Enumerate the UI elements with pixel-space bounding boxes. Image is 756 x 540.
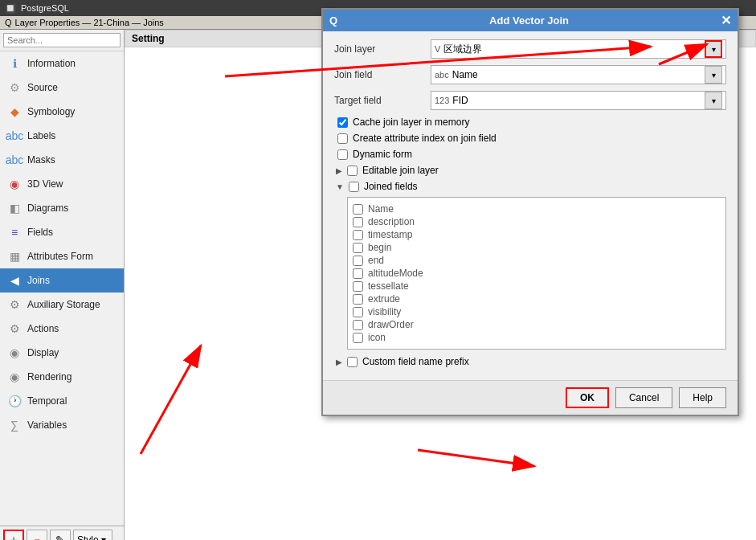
add-join-button[interactable]: ＋ xyxy=(3,530,24,540)
sidebar-label-variables: Variables xyxy=(27,419,67,431)
target-field-dropdown-btn[interactable]: ▾ xyxy=(705,92,722,109)
dialog-body: Join layer V 区域边界 ▾ Join field abc Name … xyxy=(323,31,738,380)
join-layer-select[interactable]: V 区域边界 ▾ xyxy=(431,39,726,59)
field-checkbox-extrude[interactable] xyxy=(353,294,363,305)
field-item: end xyxy=(353,254,721,267)
sidebar-item-variables[interactable]: ∑ Variables xyxy=(0,413,124,437)
add-vector-join-dialog: Q Add Vector Join ✕ Join layer V 区域边界 ▾ … xyxy=(321,8,739,416)
cache-checkbox-row: Cache join layer in memory xyxy=(334,117,726,128)
edit-join-button[interactable]: ✎ xyxy=(50,530,71,540)
style-label: Style xyxy=(77,534,99,540)
sidebar-icon-masks: abc xyxy=(6,152,22,168)
join-field-row: Join field abc Name ▾ xyxy=(334,65,726,84)
field-item: description xyxy=(353,215,721,228)
sidebar-icon-actions: ⚙ xyxy=(6,321,22,337)
sidebar-label-joins: Joins xyxy=(27,275,50,286)
sidebar-icon-symbology: ◆ xyxy=(6,104,22,120)
sidebar-label-auxstorage: Auxiliary Storage xyxy=(27,299,100,310)
field-checkbox-begin[interactable] xyxy=(353,243,363,253)
cache-checkbox[interactable] xyxy=(337,117,348,128)
sidebar-item-rendering[interactable]: ◉ Rendering xyxy=(0,365,124,389)
sidebar-item-source[interactable]: ⚙ Source xyxy=(0,76,124,100)
field-label: end xyxy=(368,255,384,266)
field-item: icon xyxy=(353,331,721,344)
dialog-close-button[interactable]: ✕ xyxy=(721,13,731,28)
sidebar-item-diagrams[interactable]: ◧ Diagrams xyxy=(0,196,124,220)
sidebar-item-joins[interactable]: ◀ Joins xyxy=(0,268,124,292)
joined-fields-checkbox[interactable] xyxy=(349,182,359,192)
sidebar-icon-fields: ≡ xyxy=(6,224,22,240)
join-field-dropdown-btn[interactable]: ▾ xyxy=(705,66,722,84)
field-item: visibility xyxy=(353,305,721,318)
sidebar-search-container xyxy=(0,30,124,51)
sidebar-item-symbology[interactable]: ◆ Symbology xyxy=(0,100,124,124)
sidebar-icon-rendering: ◉ xyxy=(6,369,22,385)
sidebar-item-display[interactable]: ◉ Display xyxy=(0,341,124,365)
sidebar-item-3dview[interactable]: ◉ 3D View xyxy=(0,172,124,196)
field-item: tessellate xyxy=(353,280,721,292)
join-layer-label: Join layer xyxy=(334,43,431,55)
sidebar-item-auxstorage[interactable]: ⚙ Auxiliary Storage xyxy=(0,292,124,317)
join-field-select[interactable]: abc Name ▾ xyxy=(431,65,726,84)
field-label: description xyxy=(368,216,415,227)
target-field-value: FID xyxy=(452,95,468,106)
sidebar-label-diagrams: Diagrams xyxy=(27,202,68,214)
sidebar-list: ℹ Information ⚙ Source ◆ Symbology abc L… xyxy=(0,51,124,526)
editable-expand-row[interactable]: ▶ Editable join layer xyxy=(334,165,726,176)
sidebar-label-information: Information xyxy=(27,58,76,69)
sidebar-item-actions[interactable]: ⚙ Actions xyxy=(0,317,124,341)
join-field-value: Name xyxy=(452,69,478,80)
sidebar-label-rendering: Rendering xyxy=(27,371,72,382)
target-field-row: Target field 123 FID ▾ xyxy=(334,91,726,110)
search-input[interactable] xyxy=(3,33,121,47)
dialog-footer: OK Cancel Help xyxy=(323,380,738,415)
sidebar-icon-information: ℹ xyxy=(6,55,22,72)
sidebar-item-labels[interactable]: abc Labels xyxy=(0,124,124,148)
custom-prefix-row[interactable]: ▶ Custom field name prefix xyxy=(334,356,726,367)
remove-join-button[interactable]: － xyxy=(27,530,47,540)
dynamic-checkbox[interactable] xyxy=(337,149,348,160)
sidebar-item-fields[interactable]: ≡ Fields xyxy=(0,220,124,244)
field-label: Name xyxy=(368,203,394,215)
field-checkbox-timestamp[interactable] xyxy=(353,230,363,240)
target-field-select[interactable]: 123 FID ▾ xyxy=(431,91,726,110)
field-checkbox-description[interactable] xyxy=(353,217,363,227)
dialog-titlebar: Q Add Vector Join ✕ xyxy=(323,10,738,31)
ok-button[interactable]: OK xyxy=(566,387,609,408)
field-label: extrude xyxy=(368,293,400,305)
field-checkbox-drawOrder[interactable] xyxy=(353,320,363,330)
help-button[interactable]: Help xyxy=(679,387,726,408)
joined-fields-expand-row[interactable]: ▼ Joined fields xyxy=(334,181,726,192)
editable-expand-icon: ▶ xyxy=(336,166,342,175)
custom-prefix-checkbox[interactable] xyxy=(347,357,358,367)
dialog-icon: Q xyxy=(329,14,337,27)
field-checkbox-tessellate[interactable] xyxy=(353,281,363,292)
sidebar-item-attrform[interactable]: ▦ Attributes Form xyxy=(0,244,124,268)
cancel-button[interactable]: Cancel xyxy=(615,387,672,408)
style-dropdown[interactable]: Style ▾ xyxy=(73,530,112,540)
index-checkbox[interactable] xyxy=(337,133,348,144)
sidebar-icon-3dview: ◉ xyxy=(6,176,22,192)
sidebar-item-information[interactable]: ℹ Information xyxy=(0,51,124,76)
sidebar-item-masks[interactable]: abc Masks xyxy=(0,148,124,172)
field-label: timestamp xyxy=(368,229,412,240)
sidebar-label-fields: Fields xyxy=(27,227,53,238)
field-checkbox-visibility[interactable] xyxy=(353,307,363,317)
field-checkbox-icon[interactable] xyxy=(353,333,363,343)
sidebar-label-source: Source xyxy=(27,82,58,93)
join-layer-dropdown-btn[interactable]: ▾ xyxy=(705,40,722,58)
join-field-label: Join field xyxy=(334,69,431,80)
sidebar-icon-display: ◉ xyxy=(6,345,22,361)
field-checkbox-end[interactable] xyxy=(353,256,363,266)
layer-icon: Q xyxy=(5,18,12,27)
field-item: timestamp xyxy=(353,228,721,241)
join-field-prefix: abc xyxy=(435,70,449,80)
sidebar-icon-diagrams: ◧ xyxy=(6,200,22,216)
field-checkbox-Name[interactable] xyxy=(353,204,363,215)
sidebar-icon-variables: ∑ xyxy=(6,417,22,433)
editable-checkbox[interactable] xyxy=(347,166,358,176)
sidebar-label-masks: Masks xyxy=(27,154,55,166)
sidebar-item-temporal[interactable]: 🕐 Temporal xyxy=(0,389,124,413)
sidebar-label-3dview: 3D View xyxy=(27,178,63,190)
field-checkbox-altitudeMode[interactable] xyxy=(353,268,363,279)
